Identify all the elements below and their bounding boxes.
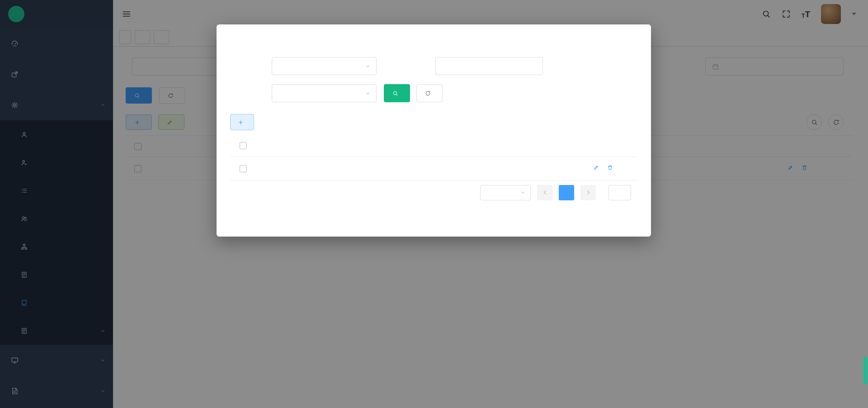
chevron-down-icon — [365, 63, 371, 69]
plus-icon — [238, 119, 244, 125]
select-all-checkbox[interactable] — [240, 142, 247, 149]
add-data-button[interactable] — [230, 114, 254, 130]
current-page-button[interactable] — [559, 185, 574, 200]
prev-page-button[interactable] — [537, 185, 552, 200]
trash-icon — [607, 165, 613, 171]
search-icon — [392, 90, 398, 96]
dialog-search-button[interactable] — [384, 84, 410, 102]
edit-icon — [593, 165, 599, 171]
scrollbar-thumb[interactable] — [863, 356, 867, 384]
col-dict-sort — [382, 135, 445, 157]
cell-remark — [508, 157, 571, 180]
status-select[interactable] — [272, 84, 377, 102]
dict-data-dialog — [217, 24, 651, 237]
col-actions — [571, 135, 637, 157]
refresh-icon — [425, 90, 431, 96]
cell-actions — [571, 157, 637, 180]
edit-link[interactable] — [593, 165, 601, 171]
dialog-table-row — [230, 157, 637, 180]
cell-dict-sort — [382, 157, 445, 180]
page-size-select[interactable] — [480, 185, 531, 200]
row-checkbox[interactable] — [240, 165, 247, 172]
next-page-button[interactable] — [580, 185, 596, 200]
pagination — [230, 185, 637, 200]
col-remark — [508, 135, 571, 157]
dialog-filter-row-1 — [230, 57, 637, 75]
col-dict-value — [319, 135, 382, 157]
goto-page-input[interactable] — [609, 185, 631, 200]
cell-dict-value — [319, 157, 382, 180]
dict-label-input[interactable] — [435, 57, 543, 75]
delete-link[interactable] — [607, 165, 615, 171]
chevron-down-icon — [520, 190, 526, 195]
dialog-reset-button[interactable] — [416, 84, 443, 102]
col-dict-label — [256, 135, 319, 157]
cell-status — [445, 157, 508, 180]
col-status — [445, 135, 508, 157]
dialog-filter-row-2 — [230, 84, 637, 102]
dict-name-select[interactable] — [272, 57, 377, 75]
chevron-down-icon — [365, 90, 371, 96]
dialog-table-header-row — [230, 135, 637, 157]
cell-dict-label — [256, 157, 319, 180]
dict-data-table — [230, 135, 637, 180]
